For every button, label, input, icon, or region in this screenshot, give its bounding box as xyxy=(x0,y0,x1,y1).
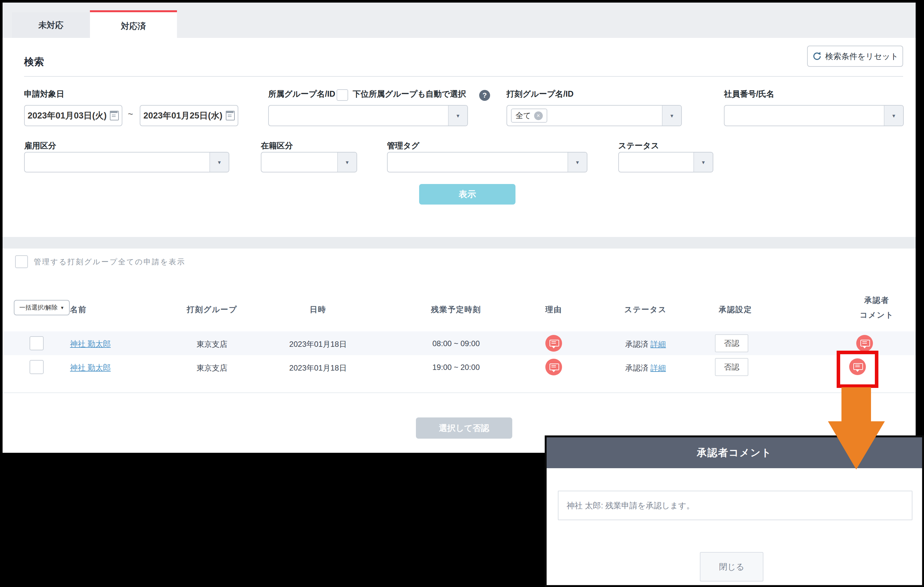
date-from-input[interactable]: 2023年01月03日(火) xyxy=(24,105,122,126)
chevron-down-icon[interactable]: ▼ xyxy=(693,153,713,172)
column-header-comment: コメント xyxy=(860,310,894,319)
column-header-reason: 理由 xyxy=(545,304,562,315)
row-reject-button[interactable]: 否認 xyxy=(715,334,748,352)
main-app-panel xyxy=(3,3,916,453)
enrollment-label: 在籍区分 xyxy=(261,140,293,151)
chevron-down-icon[interactable]: ▼ xyxy=(210,153,229,172)
show-all-checkbox-label: 管理する打刻グループ全ての申請を表示 xyxy=(34,257,185,267)
employee-name-link[interactable]: 神社 勤太郎 xyxy=(70,363,111,373)
calendar-icon xyxy=(226,111,235,120)
chevron-down-icon[interactable]: ▼ xyxy=(568,153,587,172)
tab-done-label: 対応済 xyxy=(121,21,146,32)
enrollment-select[interactable]: ▼ xyxy=(261,152,357,172)
status-select[interactable]: ▼ xyxy=(618,152,713,172)
employment-select[interactable]: ▼ xyxy=(24,152,229,172)
search-section-title: 検索 xyxy=(24,55,44,69)
help-icon[interactable]: ? xyxy=(479,90,490,101)
help-glyph: ? xyxy=(482,91,487,99)
date-to-input[interactable]: 2023年01月25日(水) xyxy=(140,105,238,126)
employee-name-link[interactable]: 神社 勤太郎 xyxy=(70,339,111,349)
employment-label: 雇用区分 xyxy=(24,140,56,151)
column-header-group: 打刻グループ xyxy=(186,304,238,315)
cell-overtime: 19:00 ~ 20:00 xyxy=(432,363,480,372)
subgroup-checkbox[interactable] xyxy=(337,89,348,101)
reject-selected-button[interactable]: 選択して否認 xyxy=(416,417,512,439)
cell-group: 東京支店 xyxy=(196,339,228,350)
row-checkbox[interactable] xyxy=(30,336,44,350)
status-text: 承認済 xyxy=(625,340,648,348)
highlight-box-annotation xyxy=(837,351,878,388)
tab-pending[interactable]: 未対応 xyxy=(12,12,90,38)
chevron-down-icon[interactable]: ▼ xyxy=(337,153,356,172)
cell-status: 承認済 詳細 xyxy=(625,363,666,373)
cell-date: 2023年01月18日 xyxy=(289,363,347,373)
cell-date: 2023年01月18日 xyxy=(289,339,347,350)
reset-search-label: 検索条件をリセット xyxy=(825,51,899,62)
tab-pending-label: 未対応 xyxy=(38,20,64,31)
cell-overtime: 08:00 ~ 09:00 xyxy=(432,339,480,348)
cell-group: 東京支店 xyxy=(196,363,228,373)
selected-chip: 全て × xyxy=(511,109,547,123)
column-header-approver-comment: 承認者 コメント xyxy=(860,293,894,322)
reason-comment-icon[interactable] xyxy=(545,335,562,351)
column-header-status: ステータス xyxy=(624,304,667,315)
section-divider xyxy=(24,76,903,77)
date-to-value: 2023年01月25日(水) xyxy=(143,110,222,121)
reason-comment-icon[interactable] xyxy=(545,359,562,375)
tag-select[interactable]: ▼ xyxy=(387,152,587,172)
status-detail-link[interactable]: 詳細 xyxy=(650,363,666,372)
date-range-label: 申請対象日 xyxy=(24,89,64,99)
screenshot-canvas: 未対応 対応済 検索 検索条件をリセット 申請対象日 2023年01月03日(火… xyxy=(0,0,924,587)
show-button[interactable]: 表示 xyxy=(419,184,515,204)
column-header-datetime: 日時 xyxy=(310,304,326,315)
approver-comment-text: 神社 太郎: 残業申請を承認します。 xyxy=(566,500,695,511)
punch-group-label: 打刻グループ名/ID xyxy=(507,89,574,99)
approver-comment-icon[interactable] xyxy=(856,335,873,351)
group-label: 所属グループ名/ID xyxy=(268,89,335,99)
calendar-icon xyxy=(110,111,119,120)
selected-chip-label: 全て xyxy=(515,110,531,121)
status-detail-link[interactable]: 詳細 xyxy=(650,340,666,348)
status-label: ステータス xyxy=(618,140,659,151)
group-select[interactable]: ▼ xyxy=(268,105,468,126)
date-range-separator: ~ xyxy=(128,109,133,119)
section-gap xyxy=(3,237,916,249)
chevron-down-icon[interactable]: ▼ xyxy=(884,106,903,125)
chevron-down-icon: ▼ xyxy=(60,305,64,310)
punch-group-select[interactable]: 全て × ▼ xyxy=(507,105,682,126)
employee-label: 社員番号/氏名 xyxy=(724,89,774,99)
row-reject-button[interactable]: 否認 xyxy=(715,358,748,376)
chevron-down-icon[interactable]: ▼ xyxy=(448,106,467,125)
chip-remove-icon[interactable]: × xyxy=(534,111,543,120)
bulk-select-button[interactable]: 一括選択/解除 ▼ xyxy=(14,300,70,315)
employee-select[interactable]: ▼ xyxy=(724,105,904,126)
approver-comment-modal: 承認者コメント 神社 太郎: 残業申請を承認します。 閉じる xyxy=(545,435,924,587)
column-header-overtime: 残業予定時刻 xyxy=(431,304,481,315)
tag-label: 管理タグ xyxy=(387,140,419,151)
refresh-icon xyxy=(812,51,822,61)
subgroup-checkbox-label: 下位所属グループも自動で選択 xyxy=(353,89,466,99)
column-header-approval: 承認設定 xyxy=(719,304,752,315)
cell-status: 承認済 詳細 xyxy=(625,339,666,350)
show-all-checkbox[interactable] xyxy=(15,255,28,268)
reset-search-button[interactable]: 検索条件をリセット xyxy=(807,46,903,67)
approver-comment-box: 神社 太郎: 残業申請を承認します。 xyxy=(558,491,912,520)
chevron-down-icon[interactable]: ▼ xyxy=(662,106,681,125)
tab-done[interactable]: 対応済 xyxy=(90,10,177,40)
status-text: 承認済 xyxy=(625,363,648,372)
modal-title: 承認者コメント xyxy=(697,446,772,460)
column-header-approver: 承認者 xyxy=(864,296,889,304)
table-bottom-divider xyxy=(3,392,916,393)
close-button[interactable]: 閉じる xyxy=(700,552,764,582)
bulk-select-label: 一括選択/解除 xyxy=(19,303,58,312)
column-header-name: 名前 xyxy=(70,304,87,315)
row-checkbox[interactable] xyxy=(30,360,44,374)
date-from-value: 2023年01月03日(火) xyxy=(28,110,107,121)
